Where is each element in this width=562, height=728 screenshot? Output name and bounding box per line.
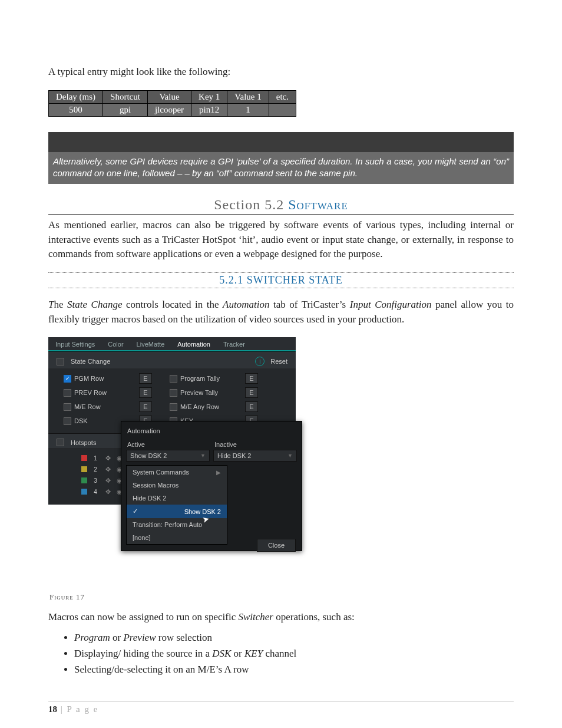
config-tabs: Input Settings Color LiveMatte Automatio… <box>48 337 296 351</box>
inactive-dropdown[interactable]: Hide DSK 2▼ <box>213 450 297 462</box>
color-swatch-icon <box>81 455 87 461</box>
menu-item[interactable]: Hide DSK 2 <box>127 492 227 505</box>
program-tally-checkbox[interactable] <box>170 375 177 383</box>
prev-row-checkbox[interactable] <box>64 389 71 397</box>
table-cell: 1 <box>227 103 269 116</box>
operations-intro: Macros can now be assigned to run on spe… <box>48 610 514 625</box>
e-button[interactable]: E <box>139 373 152 384</box>
chevron-down-icon: ▼ <box>287 453 293 459</box>
move-icon[interactable]: ✥ <box>104 487 112 496</box>
close-button[interactable]: Close <box>257 539 296 552</box>
move-icon[interactable]: ✥ <box>104 476 112 485</box>
section-paragraph: As mentioned earlier, macros can also be… <box>48 218 514 262</box>
gpi-pulse-note-text: Alternatively, some GPI devices require … <box>48 152 514 185</box>
operations-list: Program or Preview row selection Display… <box>74 630 514 678</box>
active-label: Active <box>126 439 210 450</box>
gpi-entry-table: Delay (ms) Shortcut Value Key 1 Value 1 … <box>48 90 296 117</box>
table-header: etc. <box>269 90 296 103</box>
list-item: Selecting/de-selecting it on an M/E’s A … <box>74 661 514 677</box>
e-button[interactable]: E <box>245 401 258 412</box>
me-any-row-checkbox[interactable] <box>170 403 177 411</box>
tab-input-settings[interactable]: Input Settings <box>55 341 95 350</box>
menu-item[interactable]: Transition: Perform Auto <box>127 518 227 531</box>
e-button[interactable]: E <box>245 387 258 398</box>
table-header: Shortcut <box>103 90 148 103</box>
hotspot-number: 4 <box>91 487 100 496</box>
table-header: Key 1 <box>191 90 227 103</box>
menu-item-selected[interactable]: ✓ Show DSK 2 <box>127 505 227 518</box>
me-row-checkbox[interactable] <box>64 403 71 411</box>
chevron-down-icon: ▼ <box>200 453 206 459</box>
active-dropdown[interactable]: Show DSK 2▼ <box>126 450 210 462</box>
state-change-checkbox[interactable] <box>57 358 64 365</box>
color-swatch-icon <box>81 477 87 483</box>
inactive-label: Inactive <box>213 439 297 450</box>
menu-item[interactable]: [none] <box>127 531 227 544</box>
hotspots-checkbox[interactable] <box>57 439 64 446</box>
tab-tracker[interactable]: Tracker <box>223 341 245 350</box>
automation-popup-title: Automation <box>126 425 297 439</box>
hotspots-label: Hotspots <box>71 439 96 446</box>
pgm-row-checkbox[interactable]: ✓ <box>64 375 71 383</box>
table-cell: gpi <box>103 103 148 116</box>
tab-livematte[interactable]: LiveMatte <box>137 341 165 350</box>
color-swatch-icon <box>81 466 87 472</box>
table-cell <box>269 103 296 116</box>
table-header: Value <box>147 90 191 103</box>
automation-popup: Automation Active Inactive Show DSK 2▼ H… <box>121 421 302 551</box>
state-change-group: State Change i Reset <box>48 351 296 368</box>
dsk-checkbox[interactable] <box>64 417 71 425</box>
info-icon[interactable]: i <box>255 357 265 366</box>
figure-caption: Figure 17 <box>49 592 514 602</box>
table-header: Delay (ms) <box>49 90 103 103</box>
e-button[interactable]: E <box>139 387 152 398</box>
intro-text: A typical entry might look like the foll… <box>48 65 514 80</box>
hotspot-number: 3 <box>91 476 100 485</box>
section-heading: Section 5.2 Software <box>48 197 514 215</box>
move-icon[interactable]: ✥ <box>104 454 112 462</box>
list-item: Displaying/ hiding the source in a DSK o… <box>74 645 514 661</box>
hotspot-number: 1 <box>91 454 100 462</box>
list-item: Program or Preview row selection <box>74 630 514 645</box>
hotspot-number: 2 <box>91 465 100 473</box>
table-cell: jlcooper <box>147 103 191 116</box>
macro-menu: System Commands▶ Session Macros Hide DSK… <box>126 465 227 545</box>
e-button[interactable]: E <box>245 373 258 384</box>
chevron-right-icon: ▶ <box>216 469 221 476</box>
state-change-paragraph: The State Change controls located in the… <box>48 298 514 327</box>
reset-button[interactable]: Reset <box>270 358 287 365</box>
state-change-label: State Change <box>71 358 110 365</box>
table-cell: 500 <box>49 103 103 116</box>
preview-tally-checkbox[interactable] <box>170 389 177 397</box>
subsection-heading: 5.2.1 SWITCHER STATE <box>48 272 514 288</box>
menu-item[interactable]: Session Macros <box>127 479 227 492</box>
table-header: Value 1 <box>227 90 269 103</box>
color-swatch-icon <box>81 489 87 495</box>
page-footer: 18 | P a g e <box>48 701 514 714</box>
table-cell: pin12 <box>191 103 227 116</box>
tab-automation[interactable]: Automation <box>177 341 210 350</box>
menu-item[interactable]: System Commands▶ <box>127 466 227 479</box>
move-icon[interactable]: ✥ <box>104 465 112 473</box>
e-button[interactable]: E <box>139 401 152 412</box>
tab-color[interactable]: Color <box>108 341 123 350</box>
gpi-pulse-note: Alternatively, some GPI devices require … <box>48 132 514 185</box>
